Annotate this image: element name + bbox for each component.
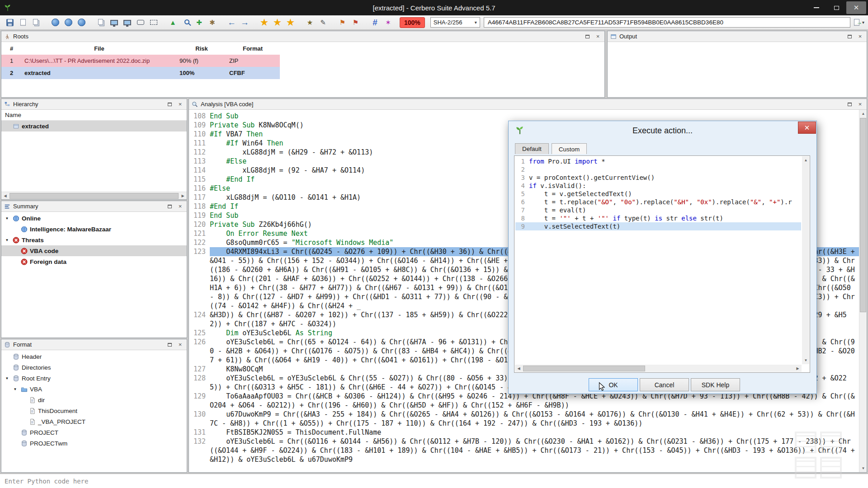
forward-icon[interactable]: → xyxy=(239,16,251,28)
python-console-input[interactable] xyxy=(0,478,868,485)
roots-column-file[interactable]: File xyxy=(22,45,177,52)
code-line-129[interactable]: 129 To6aAaaApfOU03 = Chr((&HCB + &O306 -… xyxy=(189,392,859,410)
sdk-help-button[interactable]: SDK Help xyxy=(691,378,740,391)
extract-icon[interactable]: ▲ xyxy=(167,16,179,28)
roots-column-format[interactable]: Format xyxy=(226,45,279,52)
code-line-6[interactable]: 6 t = t.replace("&O", "0o").replace("&H"… xyxy=(515,198,801,206)
scroll-down-icon[interactable]: ▼ xyxy=(859,465,867,472)
hierarchy-item-extracted[interactable]: extracted xyxy=(1,121,187,131)
preview-zoom-icon[interactable] xyxy=(121,16,133,28)
summary-item-online[interactable]: ▼Online xyxy=(1,213,187,224)
close-panel-icon[interactable]: × xyxy=(176,203,184,210)
close-button[interactable]: ✕ xyxy=(846,1,866,14)
scrollbar-thumb[interactable] xyxy=(523,366,645,371)
roots-row-extracted[interactable]: 2extracted100%CFBF xyxy=(1,67,280,79)
hash-algo-select[interactable]: SHA-2/256 ▾ xyxy=(430,17,480,28)
hierarchy-horizontal-scrollbar[interactable]: ◀ ▶ xyxy=(1,192,187,199)
close-panel-icon[interactable]: × xyxy=(176,101,184,108)
scroll-left-icon[interactable]: ◀ xyxy=(1,192,9,200)
magic-wand-icon[interactable]: ✶ xyxy=(382,16,394,28)
code-line-1[interactable]: 1from Pro.UI import * xyxy=(515,157,801,165)
web-scan-icon[interactable] xyxy=(62,16,75,28)
copy-icon[interactable] xyxy=(95,16,107,28)
scroll-right-icon[interactable]: ▶ xyxy=(794,365,802,372)
save-icon[interactable] xyxy=(4,16,16,28)
report-icon[interactable] xyxy=(17,16,29,28)
scroll-right-icon[interactable]: ▶ xyxy=(179,192,187,200)
python-code-editor[interactable]: 1from Pro.UI import *23v = proContext().… xyxy=(515,157,801,364)
maximize-button[interactable] xyxy=(826,1,846,14)
bookmark-gold-icon[interactable]: ★ xyxy=(258,16,270,28)
format-item-direct-ories[interactable]: Direct​ories xyxy=(1,362,187,373)
flag-orange-icon[interactable]: ⚑ xyxy=(336,16,349,28)
float-panel-icon[interactable] xyxy=(166,203,174,210)
select-rect-icon[interactable] xyxy=(134,16,146,28)
float-panel-icon[interactable] xyxy=(166,341,174,348)
float-panel-icon[interactable] xyxy=(166,101,174,108)
dialog-vertical-scrollbar[interactable]: ▲ ▼ xyxy=(802,156,809,364)
code-line-9[interactable]: 9 v.setSelectedText(t) xyxy=(515,222,801,230)
roots-column-[interactable]: # xyxy=(1,45,22,52)
float-panel-icon[interactable] xyxy=(846,101,854,108)
close-panel-icon[interactable]: × xyxy=(176,341,184,348)
code-line-7[interactable]: 7 t = eval(t) xyxy=(515,206,801,214)
close-panel-icon[interactable]: × xyxy=(856,101,864,108)
format-item-project[interactable]: PROJECT xyxy=(1,427,187,438)
code-line-108[interactable]: 108End Sub xyxy=(189,112,859,121)
code-line-4[interactable]: 4if v.isValid(): xyxy=(515,182,801,190)
analyze-icon[interactable] xyxy=(180,16,192,28)
bookmark-find-icon[interactable]: ★ xyxy=(304,16,316,28)
format-item-header[interactable]: Header xyxy=(1,351,187,362)
summary-item-intelligence-malwarebazaar[interactable]: Intelligence: MalwareBazaar xyxy=(1,224,187,235)
float-panel-icon[interactable] xyxy=(584,33,591,40)
expand-arrow-icon[interactable]: ▼ xyxy=(4,376,10,380)
tab-default[interactable]: Default xyxy=(515,143,549,154)
format-item-projectwm[interactable]: PROJECTwm xyxy=(1,438,187,449)
code-line-3[interactable]: 3v = proContext().getCurrentView() xyxy=(515,174,801,182)
code-line-130[interactable]: 130 u67DuwoKmP9 = Chr((&HA3 - 255 + 184)… xyxy=(189,410,859,428)
web-upload-icon[interactable] xyxy=(75,16,88,28)
code-line-132[interactable]: 132 oYE3uScleb6L = Chr((&O116 + &O144 - … xyxy=(189,437,859,464)
hex-hash-icon[interactable]: # xyxy=(369,16,381,28)
float-panel-icon[interactable] xyxy=(846,33,854,40)
dialog-horizontal-scrollbar[interactable]: ◀ ▶ xyxy=(515,365,802,372)
report-copy-icon[interactable] xyxy=(30,16,42,28)
ok-button[interactable]: OK xyxy=(589,378,638,391)
minimize-button[interactable] xyxy=(807,1,826,14)
annotate-icon[interactable]: ✎ xyxy=(317,16,329,28)
preview-icon[interactable] xyxy=(108,16,120,28)
roots-column-risk[interactable]: Risk xyxy=(177,45,226,52)
scroll-down-icon[interactable]: ▼ xyxy=(802,357,810,364)
cancel-button[interactable]: Cancel xyxy=(640,378,689,391)
bookmark-gold2-icon[interactable]: ★ xyxy=(271,16,283,28)
code-line-5[interactable]: 5 t = v.getSelectedText() xyxy=(515,190,801,198)
scrollbar-thumb[interactable] xyxy=(9,193,179,199)
scroll-up-icon[interactable]: ▲ xyxy=(802,156,810,164)
close-panel-icon[interactable]: × xyxy=(856,33,864,40)
hash-value-field[interactable] xyxy=(484,17,850,28)
tab-custom[interactable]: Custom xyxy=(552,143,587,154)
summary-item-threats[interactable]: ▼Threats xyxy=(1,235,187,245)
expand-arrow-icon[interactable]: ▼ xyxy=(4,216,10,221)
expand-arrow-icon[interactable]: ▼ xyxy=(12,387,18,391)
code-line-2[interactable]: 2 xyxy=(515,165,801,174)
bookmark-gold3-icon[interactable]: ★ xyxy=(284,16,297,28)
back-icon[interactable]: ← xyxy=(226,16,238,28)
expand-arrow-icon[interactable]: ▼ xyxy=(4,238,10,242)
summary-item-vba-code[interactable]: VBA code xyxy=(1,245,187,256)
web-intel-icon[interactable] xyxy=(49,16,61,28)
code-line-131[interactable]: 131 FtBSIB5KJ2N0S5 = ThisDocument.FullNa… xyxy=(189,428,859,437)
scroll-left-icon[interactable]: ◀ xyxy=(515,365,523,372)
summary-item-foreign-data[interactable]: Foreign data xyxy=(1,256,187,267)
format-item-thisdocument[interactable]: ThisDocument xyxy=(1,405,187,416)
roots-row-c-users-tt-pr-advertisement-2022-doc-zip[interactable]: 1C:\Users\...\TT - PR Advertisement 2022… xyxy=(1,55,280,67)
export-report-button[interactable]: → ▾ xyxy=(854,19,864,26)
format-item-vba[interactable]: ▼VBA xyxy=(1,384,187,394)
format-item-vba-project[interactable]: _VBA_PROJECT xyxy=(1,416,187,427)
close-panel-icon[interactable]: × xyxy=(594,33,602,40)
add-file-icon[interactable]: ✚ xyxy=(193,16,205,28)
flag-red-icon[interactable]: ⚑ xyxy=(349,16,362,28)
code-line-8[interactable]: 8 t = '"' + t + '"' if type(t) is str el… xyxy=(515,214,801,222)
dialog-close-button[interactable]: ✕ xyxy=(798,122,816,134)
tools-icon[interactable]: ✱ xyxy=(206,16,218,28)
